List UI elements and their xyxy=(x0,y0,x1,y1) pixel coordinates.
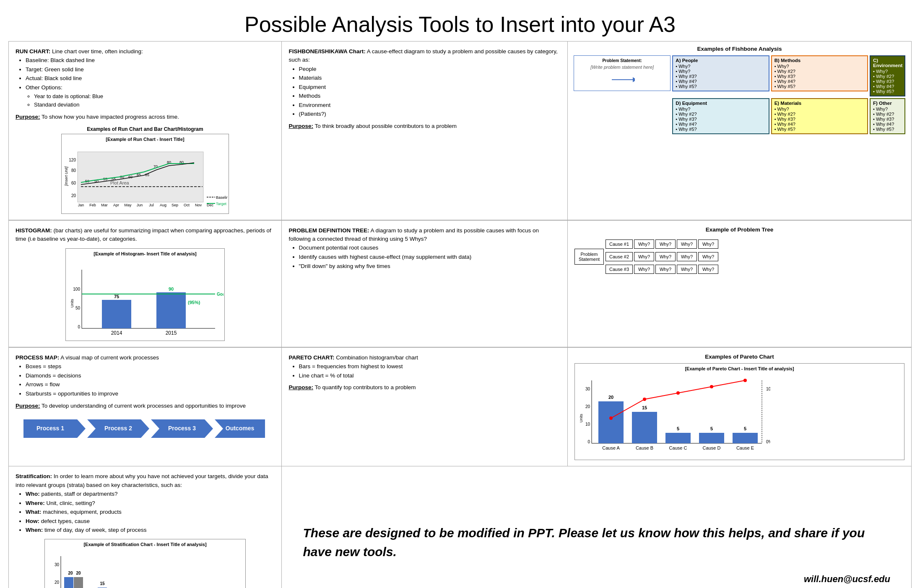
tree-why-1-2: Why? xyxy=(655,239,676,249)
svg-rect-68 xyxy=(598,401,624,443)
strat-wrapper: [Example of Stratification Chart - Inser… xyxy=(44,539,246,588)
fishbone-bullet-3: Equipment xyxy=(299,83,561,92)
svg-point-82 xyxy=(743,379,747,382)
svg-rect-76 xyxy=(733,433,758,443)
fishbone-box-other: F) Other • Why?• Why #2?• Why #3?• Why #… xyxy=(870,98,905,134)
histogram-bar-2015 xyxy=(156,292,186,328)
tree-why-2-3: Why? xyxy=(677,252,697,261)
run-chart-area: Examples of Run Chart and Bar Chart/Hist… xyxy=(16,126,275,214)
run-chart-desc-text: Line chart over time, often including: xyxy=(50,48,143,55)
run-chart-purpose: Purpose: To show how you have impacted p… xyxy=(16,113,275,121)
svg-text:15: 15 xyxy=(642,405,647,410)
strat-bullet-who: Who: patients, staff or departments? xyxy=(26,489,275,499)
main-title: Possible Analysis Tools to Insert into y… xyxy=(8,4,912,41)
fishbone-box-methods: B) Methods • Why?• Why #2?• Why #3?• Why… xyxy=(771,55,868,91)
svg-text:Jul: Jul xyxy=(149,203,154,207)
process-map-bullets: Boxes = steps Diamonds = decisions Arrow… xyxy=(26,362,275,398)
svg-marker-36 xyxy=(633,77,635,82)
histogram-description: HISTOGRAM: (bar charts) are useful for s… xyxy=(16,226,275,244)
svg-text:20: 20 xyxy=(68,571,73,575)
svg-point-78 xyxy=(609,416,613,420)
histogram-chart-area: [Example of Histogram- Insert Title of a… xyxy=(16,248,275,341)
fishbone-bullets: People Materials Equipment Methods Envir… xyxy=(299,65,561,119)
tree-cause-2: Cause #2 xyxy=(606,252,633,261)
svg-text:May: May xyxy=(124,203,132,207)
svg-text:120: 120 xyxy=(69,158,76,162)
fishbone-bullet-5: Environment xyxy=(299,101,561,110)
problem-tree-description: PROBLEM DEFINITION TREE: A diagram to st… xyxy=(289,226,561,271)
stratification-cell: Stratification: In order to learn more a… xyxy=(9,466,281,588)
svg-text:Goal: Goal xyxy=(217,292,224,297)
tree-problem-box: Problem Statement xyxy=(574,249,604,265)
fishbone-grid: A) People • Why?• Why?• Why #3?• Why #4?… xyxy=(574,55,905,139)
process-map-bullet-4: Starbursts = opportunities to improve xyxy=(26,389,275,398)
problem-tree-desc-cell: PROBLEM DEFINITION TREE: A diagram to st… xyxy=(282,221,567,347)
pareto-bullet-2: Line chart = % of total xyxy=(299,371,561,380)
run-chart-bullet-3: Actual: Black solid line xyxy=(26,74,275,83)
run-chart-bullets: Baseline: Black dashed line Target: Gree… xyxy=(26,56,275,109)
svg-text:0%: 0% xyxy=(766,440,770,444)
svg-text:5: 5 xyxy=(744,426,746,431)
svg-rect-70 xyxy=(632,412,657,443)
stratification-bullets: Who: patients, staff or departments? Whe… xyxy=(26,489,275,535)
strat-bullet-what: What: machines, equipment, products xyxy=(26,507,275,517)
histogram-bar-2014 xyxy=(102,300,131,328)
svg-text:0: 0 xyxy=(587,440,590,444)
tree-causes: Cause #1 Why? Why? Why? Why? Cause #2 Wh… xyxy=(606,239,718,274)
fishbone-problem-box: Problem Statement: [Write problem statem… xyxy=(574,55,671,91)
pareto-chart-title: [Example of Pareto Chart - Insert Title … xyxy=(577,366,902,371)
process-flow: Process 1 Process 2 Process 3 Outcomes xyxy=(16,418,275,440)
svg-text:20: 20 xyxy=(76,571,81,575)
fishbone-desc-cell: FISHBONE/ISHIKAWA Chart: A cause-effect … xyxy=(282,42,567,220)
run-chart-description: RUN CHART: Line chart over time, often i… xyxy=(16,47,275,121)
process-map-bullet-2: Diamonds = decisions xyxy=(26,371,275,380)
svg-text:15: 15 xyxy=(100,581,105,586)
svg-text:Oct: Oct xyxy=(184,203,190,207)
pareto-title: PARETO CHART: xyxy=(289,354,335,361)
svg-text:Jun: Jun xyxy=(137,203,143,207)
problem-tree-diagram-cell: Example of Problem Tree Problem Statemen… xyxy=(568,221,911,347)
fishbone-title: FISHBONE/ISHIKAWA Chart: xyxy=(289,48,366,55)
run-chart-bullet-4: Other Options: Year to date is optional:… xyxy=(26,83,275,109)
svg-text:5: 5 xyxy=(677,426,679,431)
tree-why-2-4: Why? xyxy=(698,252,718,261)
pareto-desc-cell: PARETO CHART: Combination histogram/bar … xyxy=(282,348,567,466)
fishbone-section-title: Examples of Fishbone Analysis xyxy=(574,46,905,52)
svg-text:Units: Units xyxy=(579,414,583,422)
svg-text:2015: 2015 xyxy=(166,330,177,336)
svg-text:Outcomes: Outcomes xyxy=(226,425,255,432)
bottom-text-cell: These are designed to be modified in PPT… xyxy=(282,466,912,588)
bottom-email: will.huen@ucsf.edu xyxy=(303,574,891,585)
fishbone-arrow-svg xyxy=(610,71,635,88)
run-chart-sub-bullets: Year to date is optional: Blue Standard … xyxy=(34,92,275,110)
process-map-bullet-3: Arrows = flow xyxy=(26,380,275,389)
problem-tree-diagram: Problem Statement Cause #1 Why? Why? Why… xyxy=(574,239,904,274)
process-map-svg: Process 1 Process 2 Process 3 Outcomes xyxy=(23,418,267,440)
process-map-purpose: Purpose: To develop understanding of cur… xyxy=(16,402,275,410)
histogram-inner-title: [Example of Histogram- Insert Title of a… xyxy=(68,251,222,256)
histogram-svg: Units 0 50 100 75 xyxy=(68,257,224,337)
tree-row-2: Cause #2 Why? Why? Why? Why? xyxy=(606,252,718,261)
tree-why-3-4: Why? xyxy=(698,265,718,274)
svg-point-79 xyxy=(643,398,646,401)
svg-text:60: 60 xyxy=(71,181,76,185)
svg-text:Process 2: Process 2 xyxy=(104,425,132,432)
tree-why-3-3: Why? xyxy=(677,265,697,274)
run-chart-inner-title: [Example of Run Chart - Insert Title] xyxy=(64,137,226,142)
svg-point-80 xyxy=(676,391,680,395)
svg-point-81 xyxy=(710,385,713,388)
svg-text:Apr: Apr xyxy=(113,203,119,207)
svg-text:20: 20 xyxy=(608,395,613,400)
fishbone-box-materials: E) Materials • Why?• Why #2?• Why #3?• W… xyxy=(771,98,868,134)
histogram-wrapper: [Example of Histogram- Insert Title of a… xyxy=(65,248,225,341)
svg-text:Mar: Mar xyxy=(101,203,108,207)
svg-text:Cause D: Cause D xyxy=(703,445,721,450)
svg-text:Units: Units xyxy=(70,299,74,308)
pareto-purpose: Purpose: To quantify top contributors to… xyxy=(289,383,561,392)
svg-text:50: 50 xyxy=(75,306,81,310)
svg-text:[Insert Unit]: [Insert Unit] xyxy=(64,167,68,187)
svg-rect-96 xyxy=(74,577,83,588)
svg-text:75: 75 xyxy=(114,294,119,299)
process-map-description: PROCESS MAP: A visual map of current wor… xyxy=(16,354,275,410)
process-map-bullet-1: Boxes = steps xyxy=(26,362,275,371)
